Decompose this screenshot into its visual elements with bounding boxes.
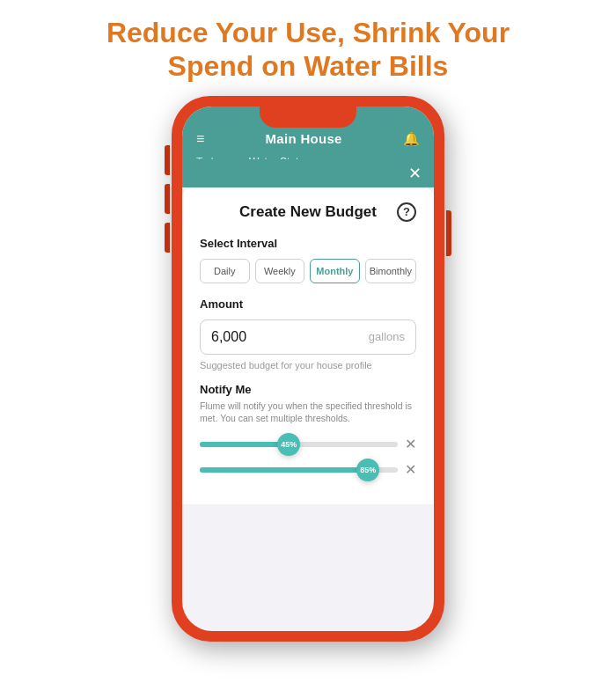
hamburger-icon[interactable]: ≡ — [196, 131, 204, 147]
amount-field[interactable]: 6,000 gallons — [200, 319, 416, 355]
amount-unit: gallons — [369, 330, 405, 343]
slider-thumb-2[interactable]: 85% — [356, 459, 379, 481]
suggested-text: Suggested budget for your house profile — [200, 360, 416, 371]
amount-label: Amount — [200, 297, 416, 311]
phone-frame: ≡ Main House 🔔 Today Water Status ✕ — [172, 96, 444, 642]
app-bar-top: ≡ Main House 🔔 — [182, 128, 434, 150]
slider-thumb-1[interactable]: 45% — [277, 433, 300, 456]
bell-icon[interactable]: 🔔 — [403, 131, 420, 147]
modal-overlay: ✕ Create New Budget ? Select Interval Da… — [182, 159, 434, 631]
slider-track-2[interactable]: 85% — [200, 467, 398, 473]
slider-label-2: 85% — [360, 466, 376, 474]
notify-title: Notify Me — [200, 383, 416, 396]
interval-selector: Daily Weekly Monthly Bimonthly — [200, 259, 416, 283]
notch — [260, 106, 356, 128]
notify-desc: Flume will notify you when the specified… — [200, 400, 416, 425]
interval-bimonthly[interactable]: Bimonthly — [365, 259, 416, 283]
modal-content: Create New Budget ? Select Interval Dail… — [200, 203, 416, 487]
phone-mockup: ≡ Main House 🔔 Today Water Status ✕ — [172, 96, 444, 642]
slider-close-2[interactable]: ✕ — [405, 461, 416, 478]
interval-weekly[interactable]: Weekly — [255, 259, 305, 283]
teal-background: ✕ — [182, 159, 434, 187]
slider-fill-1 — [200, 442, 289, 447]
slider-row-2: 85% ✕ — [200, 461, 416, 478]
slider-close-1[interactable]: ✕ — [405, 436, 416, 452]
modal-title: Create New Budget — [239, 203, 377, 221]
slider-track-1[interactable]: 45% — [200, 442, 398, 447]
modal-header: Create New Budget ? — [200, 203, 416, 221]
interval-label: Select Interval — [200, 237, 416, 250]
app-title: Main House — [266, 131, 342, 146]
slider-row-1: 45% ✕ — [200, 436, 416, 452]
modal-card: Create New Budget ? Select Interval Dail… — [182, 187, 434, 504]
close-icon[interactable]: ✕ — [408, 165, 422, 181]
headline-section: Reduce Your Use, Shrink Your Spend on Wa… — [80, 0, 536, 92]
phone-screen: ≡ Main House 🔔 Today Water Status ✕ — [182, 106, 434, 631]
slider-fill-2 — [200, 467, 368, 473]
headline-text: Reduce Your Use, Shrink Your Spend on Wa… — [106, 16, 510, 84]
interval-monthly[interactable]: Monthly — [310, 259, 360, 283]
help-icon[interactable]: ? — [397, 202, 416, 222]
slider-label-1: 45% — [281, 440, 297, 449]
interval-daily[interactable]: Daily — [200, 259, 250, 283]
amount-value: 6,000 — [211, 329, 246, 345]
